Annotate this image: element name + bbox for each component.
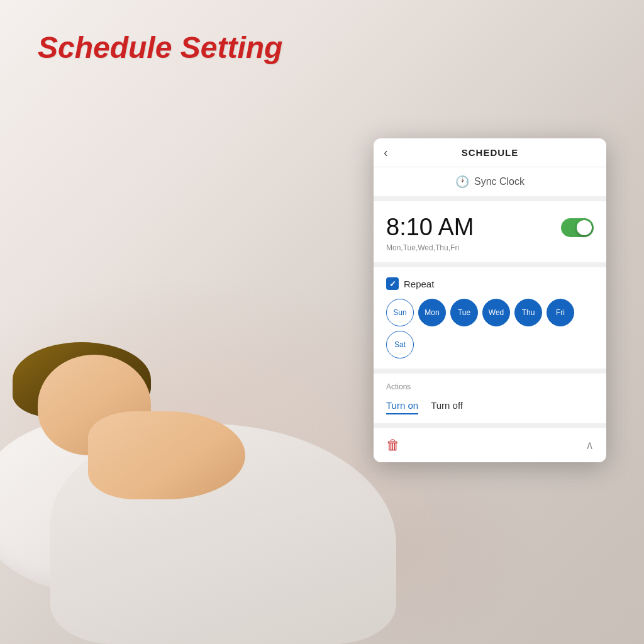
turn-off-button[interactable]: Turn off — [431, 397, 463, 414]
time-display[interactable]: 8:10 AM — [386, 214, 474, 241]
day-button-fri[interactable]: Fri — [547, 299, 574, 326]
repeat-section: ✓ Repeat SunMonTueWedThuFriSat — [374, 267, 606, 374]
card-title: SCHEDULE — [462, 147, 519, 158]
schedule-toggle[interactable] — [561, 218, 594, 237]
card-footer: 🗑 ∧ — [374, 428, 606, 462]
delete-button[interactable]: 🗑 — [386, 437, 400, 453]
sync-clock-bar[interactable]: 🕐 Sync Clock — [374, 167, 606, 201]
checkmark-icon: ✓ — [389, 279, 396, 289]
actions-label: Actions — [386, 382, 594, 391]
clock-icon: 🕐 — [455, 175, 469, 189]
schedule-block: 8:10 AM Mon,Tue,Wed,Thu,Fri — [374, 201, 606, 267]
sync-clock-label: Sync Clock — [474, 176, 525, 187]
schedule-card: ‹ SCHEDULE 🕐 Sync Clock 8:10 AM Mon,Tue,… — [374, 138, 606, 462]
collapse-button[interactable]: ∧ — [586, 438, 594, 452]
turn-on-button[interactable]: Turn on — [386, 397, 418, 414]
time-row: 8:10 AM — [386, 214, 594, 241]
day-button-thu[interactable]: Thu — [514, 299, 542, 326]
actions-row: Turn on Turn off — [386, 397, 594, 414]
day-button-tue[interactable]: Tue — [450, 299, 478, 326]
day-button-wed[interactable]: Wed — [482, 299, 510, 326]
days-summary: Mon,Tue,Wed,Thu,Fri — [386, 243, 594, 252]
card-header: ‹ SCHEDULE — [374, 138, 606, 167]
repeat-label: Repeat — [404, 279, 434, 289]
day-button-sat[interactable]: Sat — [386, 331, 414, 358]
shoulder-decoration — [88, 411, 245, 499]
repeat-checkbox[interactable]: ✓ — [386, 277, 399, 290]
day-button-sun[interactable]: Sun — [386, 299, 414, 326]
toggle-knob — [577, 220, 592, 235]
day-button-mon[interactable]: Mon — [418, 299, 446, 326]
page-title: Schedule Setting — [38, 30, 282, 65]
actions-section: Actions Turn on Turn off — [374, 374, 606, 428]
repeat-row: ✓ Repeat — [386, 277, 594, 290]
days-row: SunMonTueWedThuFriSat — [386, 299, 594, 358]
back-button[interactable]: ‹ — [384, 145, 388, 160]
